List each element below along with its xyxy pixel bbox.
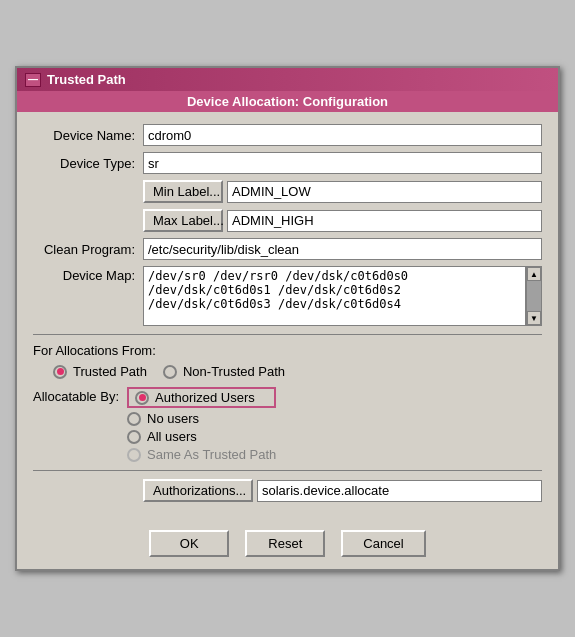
allocatable-by-section: Allocatable By: Authorized Users No user… [33, 387, 542, 462]
scroll-down-arrow[interactable]: ▼ [527, 311, 541, 325]
trusted-path-radio[interactable] [53, 365, 67, 379]
max-label-input[interactable] [227, 210, 542, 232]
title-bar-left: — Trusted Path [25, 72, 126, 87]
max-label-button[interactable]: Max Label... [143, 209, 223, 232]
device-type-row: Device Type: [33, 152, 542, 174]
allocatable-by-options: Authorized Users No users All users Same… [127, 387, 276, 462]
non-trusted-path-label: Non-Trusted Path [183, 364, 285, 379]
device-map-wrapper: ▲ ▼ [143, 266, 542, 326]
authorized-users-radio[interactable] [135, 391, 149, 405]
cancel-button[interactable]: Cancel [341, 530, 425, 557]
allocations-from-label: For Allocations From: [33, 343, 542, 358]
subtitle-text: Device Allocation: Configuration [187, 94, 388, 109]
no-users-radio[interactable] [127, 412, 141, 426]
all-users-radio[interactable] [127, 430, 141, 444]
scroll-up-arrow[interactable]: ▲ [527, 267, 541, 281]
allocations-from-group: Trusted Path Non-Trusted Path [53, 364, 542, 379]
close-button[interactable]: — [25, 73, 41, 87]
authorized-users-option[interactable]: Authorized Users [127, 387, 276, 408]
trusted-path-option[interactable]: Trusted Path [53, 364, 147, 379]
button-bar: OK Reset Cancel [17, 520, 558, 569]
allocatable-by-label: Allocatable By: [33, 387, 119, 404]
non-trusted-path-option[interactable]: Non-Trusted Path [163, 364, 285, 379]
device-map-row: Device Map: ▲ ▼ [33, 266, 542, 326]
all-users-label: All users [147, 429, 197, 444]
reset-button[interactable]: Reset [245, 530, 325, 557]
trusted-path-label: Trusted Path [73, 364, 147, 379]
form-content: Device Name: Device Type: Min Label... M… [17, 112, 558, 520]
device-type-label: Device Type: [33, 156, 143, 171]
device-name-label: Device Name: [33, 128, 143, 143]
scroll-track [527, 281, 541, 311]
min-label-button[interactable]: Min Label... [143, 180, 223, 203]
authorizations-row: Authorizations... [33, 479, 542, 502]
divider-1 [33, 334, 542, 335]
all-users-option[interactable]: All users [127, 429, 276, 444]
device-map-label: Device Map: [33, 266, 143, 283]
same-as-trusted-radio [127, 448, 141, 462]
ok-button[interactable]: OK [149, 530, 229, 557]
device-map-textarea[interactable] [143, 266, 526, 326]
authorized-users-radio-dot [139, 394, 146, 401]
clean-program-row: Clean Program: [33, 238, 542, 260]
authorizations-button[interactable]: Authorizations... [143, 479, 253, 502]
device-type-input[interactable] [143, 152, 542, 174]
clean-program-input[interactable] [143, 238, 542, 260]
no-users-label: No users [147, 411, 199, 426]
non-trusted-path-radio[interactable] [163, 365, 177, 379]
authorizations-input[interactable] [257, 480, 542, 502]
same-as-trusted-label: Same As Trusted Path [147, 447, 276, 462]
max-label-row: Max Label... [33, 209, 542, 232]
clean-program-label: Clean Program: [33, 242, 143, 257]
min-label-row: Min Label... [33, 180, 542, 203]
title-bar: — Trusted Path [17, 68, 558, 91]
divider-2 [33, 470, 542, 471]
no-users-option[interactable]: No users [127, 411, 276, 426]
device-name-row: Device Name: [33, 124, 542, 146]
trusted-path-radio-dot [57, 368, 64, 375]
min-label-input[interactable] [227, 181, 542, 203]
same-as-trusted-option: Same As Trusted Path [127, 447, 276, 462]
subtitle-bar: Device Allocation: Configuration [17, 91, 558, 112]
window-title: Trusted Path [47, 72, 126, 87]
device-name-input[interactable] [143, 124, 542, 146]
authorized-users-label: Authorized Users [155, 390, 255, 405]
device-map-scrollbar: ▲ ▼ [526, 266, 542, 326]
main-window: — Trusted Path Device Allocation: Config… [15, 66, 560, 571]
